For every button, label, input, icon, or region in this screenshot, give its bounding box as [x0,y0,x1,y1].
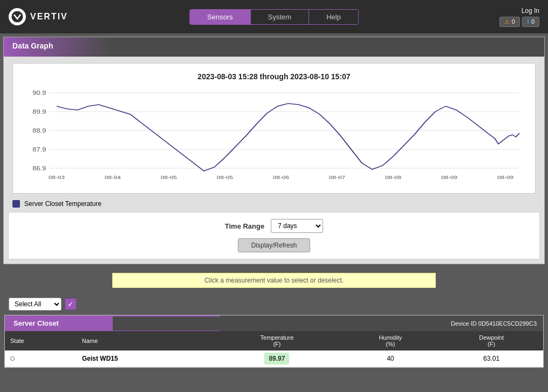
col-dewpoint: Dewpoint (F) [440,331,543,350]
svg-point-0 [11,11,23,23]
time-range-row: Time Range 7 days 1 day 3 days 14 days 3… [15,219,533,233]
legend-label: Server Closet Temperature [24,200,101,208]
chart-legend: Server Closet Temperature [12,200,536,208]
server-table-title: Server Closet [5,315,113,331]
server-table-container: Server Closet Device ID 0D5410EC5CD299C3… [4,315,544,368]
cell-humidity[interactable]: 40 [341,350,440,367]
header-right: Log In ⚠ 0 ℹ 0 [499,7,539,27]
logo-text: VERTIV [30,12,68,22]
chart-title: 2023-08-03 15:28 through 2023-08-10 15:0… [22,72,526,81]
main-content: Data Graph 2023-08-03 15:28 through 2023… [3,37,545,264]
data-table: State Name Temperature (F) Humidity (%) … [5,331,543,367]
svg-text:90.9: 90.9 [32,90,46,95]
svg-text:88.9: 88.9 [32,128,46,133]
svg-text:08-07: 08-07 [329,175,345,180]
svg-text:08-03: 08-03 [49,175,65,180]
nav-tabs: Sensors System Help [189,9,359,25]
svg-text:08-06: 08-06 [273,175,289,180]
chart-svg: 90.9 89.9 88.9 87.9 86.9 08-03 08-04 08-… [22,87,526,184]
tab-sensors[interactable]: Sensors [190,10,250,24]
login-link[interactable]: Log In [522,7,539,15]
svg-text:08-05: 08-05 [217,175,233,180]
server-table-header: Server Closet Device ID 0D5410EC5CD299C3 [5,315,543,331]
warning-badge: ⚠ 0 [499,17,520,27]
svg-text:08-05: 08-05 [161,175,177,180]
select-all-dropdown[interactable]: Select All Deselect All [9,298,61,311]
info-banner: Click a measurement value to select or d… [112,273,436,288]
temperature-value[interactable]: 89.97 [264,353,289,365]
server-device-id: Device ID 0D5410EC5CD299C3 [113,317,543,331]
svg-text:86.9: 86.9 [32,166,46,171]
chart-container: 2023-08-03 15:28 through 2023-08-10 15:0… [12,63,536,194]
vertiv-logo-icon [9,8,26,25]
tab-help[interactable]: Help [309,10,358,24]
cell-dewpoint[interactable]: 63.01 [440,350,543,367]
svg-text:08-09: 08-09 [497,175,513,180]
cell-temperature[interactable]: 89.97 [213,350,341,367]
time-range-select[interactable]: 7 days 1 day 3 days 14 days 30 days [271,219,323,233]
select-all-check-button[interactable]: ✓ [65,298,77,310]
header: VERTIV Sensors System Help Log In ⚠ 0 ℹ … [0,0,548,33]
select-all-row: Select All Deselect All ✓ [9,298,539,311]
info-count: 0 [531,18,535,25]
tab-system[interactable]: System [250,10,309,24]
svg-text:08-09: 08-09 [441,175,457,180]
chart-area: 90.9 89.9 88.9 87.9 86.9 08-03 08-04 08-… [22,87,526,184]
legend-color-swatch [12,200,20,208]
info-banner-wrapper: Click a measurement value to select or d… [0,267,548,293]
panel-header-bar: Data Graph [4,37,544,57]
table-header-row: State Name Temperature (F) Humidity (%) … [5,331,543,350]
svg-text:08-08: 08-08 [385,175,401,180]
col-humidity: Humidity (%) [341,331,440,350]
refresh-row: Display/Refresh [15,238,533,252]
cell-state [5,350,77,367]
info-icon: ℹ [527,18,529,25]
info-badge: ℹ 0 [522,17,539,27]
table-row[interactable]: Geist WD15 89.97 40 63.01 [5,350,543,367]
controls-panel: Time Range 7 days 1 day 3 days 14 days 3… [8,212,540,259]
col-state: State [5,331,77,350]
warning-icon: ⚠ [504,18,510,25]
alert-badges: ⚠ 0 ℹ 0 [499,17,539,27]
state-dot-icon [10,356,15,361]
warning-count: 0 [512,18,515,25]
panel-title: Data Graph [4,37,112,57]
col-name: Name [77,331,213,350]
svg-text:89.9: 89.9 [32,109,46,114]
col-temperature: Temperature (F) [213,331,341,350]
display-refresh-button[interactable]: Display/Refresh [238,238,311,252]
svg-text:08-04: 08-04 [105,175,121,180]
logo-area: VERTIV [9,8,68,25]
time-range-label: Time Range [225,222,264,230]
svg-text:87.9: 87.9 [32,147,46,152]
cell-name: Geist WD15 [77,350,213,367]
